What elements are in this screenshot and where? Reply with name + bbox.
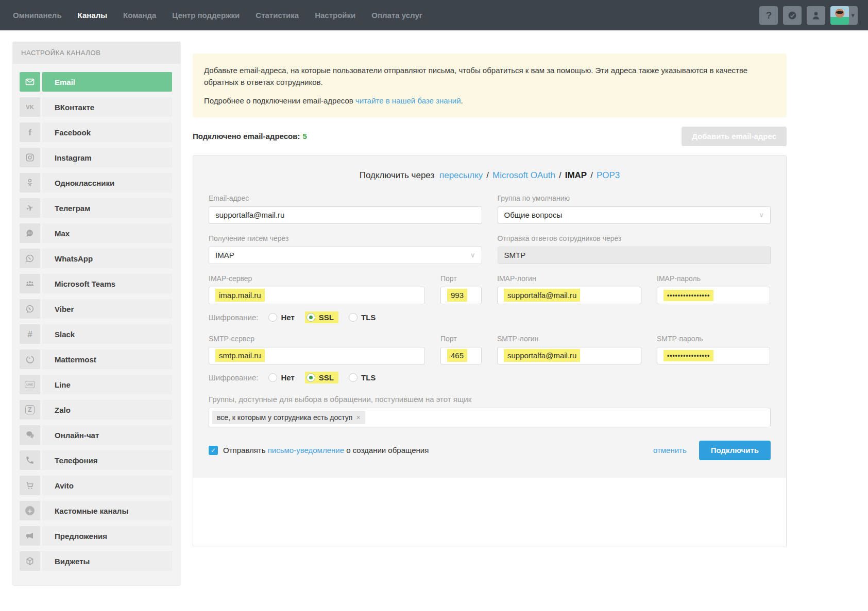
method-pop3-link[interactable]: POP3 [597,170,620,180]
sidebar-item-telegram[interactable]: ✈ Телеграм [20,198,172,218]
nav-item-omnipanel[interactable]: Омнипанель [13,11,62,20]
radio-icon[interactable] [349,373,358,382]
option-label: SSL [319,373,334,382]
sidebar-item-label: Кастомные каналы [42,501,172,520]
connect-button[interactable]: Подключить [699,441,771,460]
nav-item-settings[interactable]: Настройки [315,11,355,20]
channel-list: Email VK ВКонтакте f Facebook Instagram … [13,64,180,571]
knowledge-base-link[interactable]: читайте в нашей базе знаний [355,96,461,105]
sidebar-item-vkontakte[interactable]: VK ВКонтакте [20,97,172,117]
nav-item-billing[interactable]: Оплата услуг [371,11,422,20]
smtp-port-input[interactable]: 465 [440,347,482,364]
sidebar-item-avito[interactable]: Avito [20,476,172,495]
smtp-server-label: SMTP-сервер [209,335,425,343]
smtp-server-value: smtp.mail.ru [215,349,265,362]
sidebar-item-microsoft-teams[interactable]: Microsoft Teams [20,274,172,293]
sidebar-item-online-chat[interactable]: Онлайн-чат [20,425,172,445]
nav-item-team[interactable]: Команда [123,11,156,20]
viber-icon [20,299,40,319]
connect-method-switcher: Подключить через пересылку/Microsoft OAu… [209,170,771,181]
cancel-link[interactable]: отменить [653,446,687,455]
default-group-value: Общие вопросы [504,211,563,219]
imap-port-input[interactable]: 993 [440,287,482,304]
default-group-select[interactable]: Общие вопросы∨ [498,206,771,224]
sidebar-item-label: Одноклассники [42,173,172,193]
whatsapp-icon [20,249,40,268]
facebook-icon: f [20,123,40,142]
radio-icon[interactable] [307,373,315,382]
sidebar-item-telephony[interactable]: Телефония [20,450,172,470]
chat-bubble-icon [20,223,40,243]
option-label: TLS [361,373,376,382]
sidebar-item-max[interactable]: Max [20,223,172,243]
top-nav: Омнипанель Каналы Команда Центр поддержк… [0,0,868,30]
radio-icon[interactable] [349,313,358,322]
email-settings-panel: Подключить через пересылку/Microsoft OAu… [193,155,787,547]
radio-icon[interactable] [268,373,277,382]
receive-protocol-select[interactable]: IMAP∨ [209,247,482,264]
info-text-suffix: . [461,96,463,105]
groups-tag-input[interactable]: все, к которым у сотрудника есть доступ … [209,408,771,427]
notify-checkbox[interactable]: ✓ [209,446,218,455]
nav-item-channels[interactable]: Каналы [78,11,107,20]
sidebar-item-odnoklassniki[interactable]: Одноклассники [20,173,172,193]
nav-item-statistics[interactable]: Статистика [256,11,299,20]
notification-letter-link[interactable]: письмо-уведомление [268,446,344,455]
imap-encryption-option-ssl[interactable]: SSL [305,311,338,323]
sidebar-item-instagram[interactable]: Instagram [20,148,172,167]
smtp-encryption-option-ssl[interactable]: SSL [305,372,338,383]
remove-tag-icon[interactable]: × [356,413,360,422]
smtp-login-label: SMTP-логин [497,335,641,343]
slack-icon: # [20,324,40,344]
channels-sidebar: НАСТРОЙКА КАНАЛОВ Email VK ВКонтакте f F… [13,42,180,585]
imap-encryption-group: Шифрование: Нет SSL TLS [209,311,771,323]
method-separator: / [559,170,561,180]
sidebar-item-zalo[interactable]: Z Zalo [20,400,172,420]
account-menu-button[interactable]: ▾ [830,6,858,25]
sidebar-item-facebook[interactable]: f Facebook [20,123,172,142]
group-tag: все, к которым у сотрудника есть доступ … [212,411,365,424]
imap-login-value: supportalfa@mail.ru [504,289,580,302]
help-button[interactable]: ? [759,6,778,25]
sidebar-item-line[interactable]: LINE Line [20,375,172,394]
phone-icon [20,450,40,470]
sidebar-item-label: Max [42,223,172,243]
sidebar-item-widgets[interactable]: Виджеты [20,551,172,571]
method-microsoft-oauth-link[interactable]: Microsoft OAuth [492,170,555,180]
smtp-encryption-option-tls[interactable]: TLS [349,373,376,382]
sidebar-item-suggestions[interactable]: Предложения [20,526,172,546]
imap-encryption-option-tls[interactable]: TLS [349,313,376,322]
nav-item-support-center[interactable]: Центр поддержки [172,11,240,20]
smtp-server-input[interactable]: smtp.mail.ru [209,347,425,364]
connect-heading-prefix: Подключить через [360,170,435,180]
smtp-encryption-option-none[interactable]: Нет [268,373,294,382]
smtp-login-input[interactable]: supportalfa@mail.ru [497,347,641,364]
send-protocol-field: SMTP [498,247,771,264]
method-separator: / [590,170,593,180]
sidebar-item-viber[interactable]: Viber [20,299,172,319]
smtp-password-input[interactable]: •••••••••••••••• [657,347,770,364]
sidebar-item-custom-channels[interactable]: + Кастомные каналы [20,501,172,520]
email-address-input[interactable]: supportalfa@mail.ru [209,206,482,224]
imap-password-input[interactable]: •••••••••••••••• [657,287,770,304]
chevron-down-icon: ∨ [470,251,475,259]
sidebar-item-slack[interactable]: # Slack [20,324,172,344]
imap-login-input[interactable]: supportalfa@mail.ru [497,287,641,304]
imap-server-input[interactable]: imap.mail.ru [209,287,425,304]
sidebar-item-whatsapp[interactable]: WhatsApp [20,249,172,268]
method-forwarding-link[interactable]: пересылку [439,170,483,180]
imap-encryption-option-none[interactable]: Нет [268,313,294,322]
sidebar-item-email[interactable]: Email [20,72,172,92]
radio-icon[interactable] [307,313,315,322]
add-email-button[interactable]: Добавить email-адрес [682,127,787,146]
profile-button[interactable] [807,6,825,25]
sidebar-item-mattermost[interactable]: Mattermost [20,350,172,369]
question-icon: ? [766,10,772,21]
sidebar-item-label: Viber [42,299,172,319]
verification-button[interactable] [783,6,802,25]
option-label: TLS [361,313,376,322]
seal-check-icon [787,10,797,21]
radio-icon[interactable] [268,313,277,322]
option-label: Нет [281,373,294,382]
smtp-encryption-group: Шифрование: Нет SSL TLS [209,372,771,383]
